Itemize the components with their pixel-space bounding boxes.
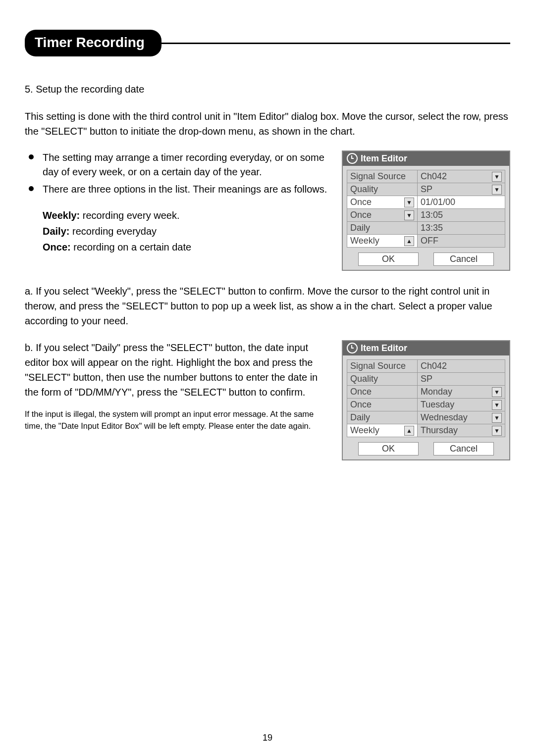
row-value[interactable]: Monday▼ <box>418 386 505 398</box>
dialog-row[interactable]: Quality SP▼ <box>347 183 505 196</box>
row-label: Once <box>347 386 418 398</box>
dialog-row[interactable]: Once▼ 13:05 <box>347 208 505 222</box>
dialog-title: Item Editor <box>343 151 509 166</box>
section-header: Timer Recording <box>25 30 510 56</box>
left-text: The setting may arrange a timer recordin… <box>25 151 329 255</box>
row-value-text: SP <box>421 184 432 195</box>
dialog-row[interactable]: Quality SP <box>347 372 505 386</box>
row-label: Quality <box>347 373 418 385</box>
dialog-buttons: OK Cancel <box>347 252 505 266</box>
ok-button[interactable]: OK <box>358 252 419 266</box>
definition-row: Once: recording on a certain date <box>43 239 329 255</box>
definition-desc: recording every week. <box>80 210 179 221</box>
dropdown-arrow-icon[interactable]: ▼ <box>492 426 502 436</box>
cancel-button[interactable]: Cancel <box>433 252 494 266</box>
dialog-row[interactable]: Signal Source Ch042 <box>347 359 505 373</box>
row-value-text: Wednesday <box>421 412 468 423</box>
row-value-text: OFF <box>421 236 438 246</box>
row-label-text: Signal Source <box>350 361 406 371</box>
section-title-rule <box>161 43 510 44</box>
row-label-text: Weekly <box>350 425 379 436</box>
error-note: If the input is illegal, the system will… <box>25 408 329 432</box>
row-label: Signal Source <box>347 360 418 372</box>
row-value[interactable]: Wednesday▼ <box>418 411 505 424</box>
dropdown-arrow-icon[interactable]: ▼ <box>404 198 414 207</box>
dialog-body: Signal Source Ch042▼ Quality SP▼ Once▼ 0… <box>343 166 509 270</box>
cancel-button[interactable]: Cancel <box>433 442 494 455</box>
page-number: 19 <box>0 733 535 743</box>
row-value: 13:05 <box>418 209 505 221</box>
row-value-text: Ch042 <box>421 361 447 371</box>
row-label: Daily <box>347 411 418 424</box>
row-value-text: 01/01/00 <box>421 197 455 207</box>
step-sub: Setup the recording date <box>36 84 144 95</box>
dialog-row[interactable]: Once Monday▼ <box>347 385 505 399</box>
row-value: OFF <box>418 235 505 247</box>
dialog-row[interactable]: Daily 13:35 <box>347 221 505 235</box>
row-value[interactable]: Thursday▼ <box>418 424 505 437</box>
dropdown-arrow-icon[interactable]: ▼ <box>492 400 502 410</box>
row-label: Signal Source <box>347 170 418 183</box>
definition-term: Weekly: <box>43 210 80 221</box>
dropdown-arrow-up-icon[interactable]: ▲ <box>404 426 414 436</box>
row-label-text: Once <box>350 210 372 220</box>
dropdown-arrow-icon[interactable]: ▼ <box>404 210 414 220</box>
row-value-text: Thursday <box>421 425 458 436</box>
row-label-text: Once <box>350 400 372 410</box>
row-value: 01/01/00 <box>418 196 505 208</box>
row-label[interactable]: Weekly▲ <box>347 424 418 437</box>
step-heading: 5. Setup the recording date <box>25 84 510 95</box>
dialog-row[interactable]: Daily Wednesday▼ <box>347 411 505 424</box>
row-label: Quality <box>347 183 418 196</box>
dialog-row[interactable]: Signal Source Ch042▼ <box>347 170 505 183</box>
row-label[interactable]: Once▼ <box>347 209 418 221</box>
bullet-item: There are three options in the list. The… <box>25 182 329 197</box>
bullets-and-dialog1: The setting may arrange a timer recordin… <box>25 151 510 271</box>
clock-icon <box>347 343 358 353</box>
dialog-row[interactable]: Weekly▲ Thursday▼ <box>347 424 505 437</box>
step-prefix: 5. <box>25 84 33 95</box>
row-value-text: 13:35 <box>421 223 443 233</box>
dialog-title: Item Editor <box>343 341 509 355</box>
page: Timer Recording 5. Setup the recording d… <box>0 0 535 756</box>
definition-desc: recording on a certain date <box>71 242 192 252</box>
row-value[interactable]: SP▼ <box>418 183 505 196</box>
row-label-text: Quality <box>350 374 378 384</box>
row-label-text: Quality <box>350 184 378 195</box>
row-value-text: Monday <box>421 387 452 397</box>
paragraph-a: a. If you select "Weekly", press the "SE… <box>25 284 510 328</box>
dialog-row[interactable]: Weekly▲ OFF <box>347 234 505 248</box>
dropdown-arrow-icon[interactable]: ▼ <box>492 185 502 195</box>
row-value-text: Tuesday <box>421 400 454 410</box>
dialog-title-text: Item Editor <box>361 153 407 164</box>
para-b-and-dialog2: b. If you select "Daily" press the "SELE… <box>25 340 510 460</box>
ok-button[interactable]: OK <box>358 442 419 455</box>
dialog-row[interactable]: Once Tuesday▼ <box>347 398 505 411</box>
dropdown-arrow-icon[interactable]: ▼ <box>492 387 502 397</box>
dialog-row[interactable]: Once▼ 01/01/00 <box>347 196 505 209</box>
row-label-text: Once <box>350 387 372 397</box>
bullet-list: The setting may arrange a timer recordin… <box>25 151 329 197</box>
row-value[interactable]: Tuesday▼ <box>418 399 505 411</box>
dropdown-arrow-icon[interactable]: ▼ <box>492 172 502 182</box>
row-value-text: 13:05 <box>421 210 443 220</box>
row-label-text: Weekly <box>350 236 379 246</box>
dialog-title-text: Item Editor <box>361 343 407 353</box>
definition-term: Once: <box>43 242 71 252</box>
clock-icon <box>347 153 358 164</box>
row-value: SP <box>418 373 505 385</box>
row-label-text: Daily <box>350 412 370 423</box>
row-value: Ch042 <box>418 360 505 372</box>
dropdown-arrow-up-icon[interactable]: ▲ <box>404 236 414 246</box>
intro-paragraph: This setting is done with the third cont… <box>25 109 510 139</box>
dialog-body: Signal Source Ch042 Quality SP Once Mond… <box>343 355 509 459</box>
row-value[interactable]: Ch042▼ <box>418 170 505 183</box>
row-label[interactable]: Once▼ <box>347 196 418 208</box>
section-title-pill: Timer Recording <box>25 30 161 56</box>
row-label: Daily <box>347 222 418 234</box>
row-label: Once <box>347 399 418 411</box>
definition-row: Daily: recording everyday <box>43 223 329 239</box>
row-label-text: Daily <box>350 223 370 233</box>
row-label[interactable]: Weekly▲ <box>347 235 418 247</box>
dropdown-arrow-icon[interactable]: ▼ <box>492 413 502 423</box>
